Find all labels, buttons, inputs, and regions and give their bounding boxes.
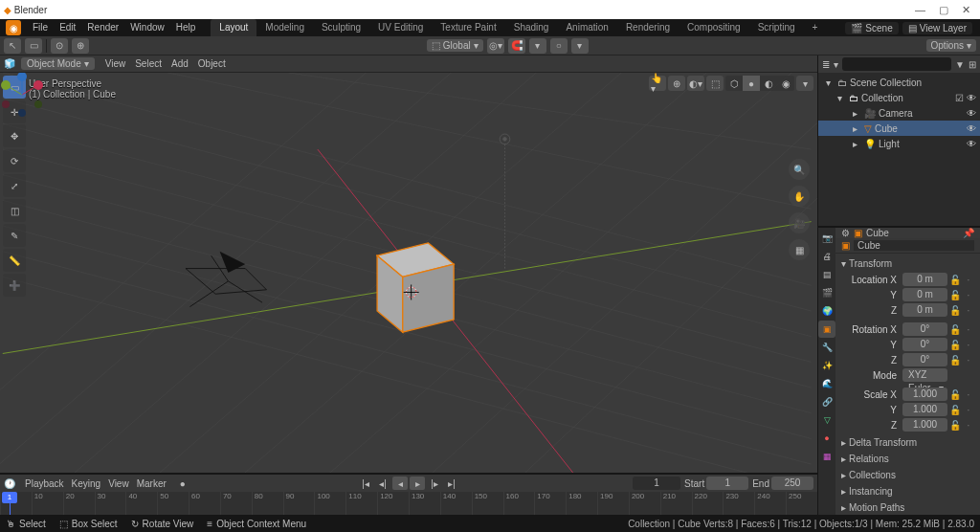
location-x-field[interactable]: 0 m: [902, 273, 947, 286]
wireframe-shading[interactable]: ⬡: [725, 76, 743, 91]
workspace-tab-animation[interactable]: Animation: [557, 19, 616, 36]
transform-panel-header[interactable]: ▾Transform: [841, 255, 974, 272]
timeline-editor-icon[interactable]: 🕐: [4, 478, 15, 489]
outliner-item-cube[interactable]: ▸▽Cube👁: [818, 121, 980, 136]
xray-toggle[interactable]: ⬚: [706, 76, 724, 91]
viewlayer-selector[interactable]: ▤View Layer: [902, 22, 972, 34]
rotate-tool[interactable]: ⟳: [3, 149, 26, 172]
workspace-tab-sculpting[interactable]: Sculpting: [313, 19, 369, 36]
location-z-field[interactable]: 0 m: [902, 303, 947, 317]
scene-collection-row[interactable]: ▾🗀Scene Collection: [818, 75, 980, 90]
panel-relations[interactable]: ▸Relations: [835, 451, 980, 467]
tab-output[interactable]: 🖨: [818, 248, 835, 265]
end-frame-field[interactable]: 250: [771, 477, 813, 490]
rotation-mode-dropdown[interactable]: XYZ Euler▾: [902, 368, 947, 382]
timeline-menu-marker[interactable]: Marker: [133, 478, 170, 489]
annotate-tool[interactable]: ✎: [3, 224, 26, 247]
zoom-button[interactable]: 🔍: [789, 159, 810, 180]
gizmo-toggle[interactable]: ⊕: [668, 76, 685, 91]
snap-dropdown[interactable]: ▾: [529, 38, 546, 54]
tab-viewlayer[interactable]: ▤: [818, 266, 835, 283]
workspace-tab-compositing[interactable]: Compositing: [679, 19, 749, 36]
tab-object[interactable]: ▣: [818, 321, 835, 338]
tab-scene[interactable]: 🎬: [818, 284, 835, 301]
shading-options[interactable]: ▾: [796, 76, 813, 91]
workspace-tab-rendering[interactable]: Rendering: [617, 19, 679, 36]
measure-tool[interactable]: 📏: [3, 249, 26, 272]
tab-material[interactable]: ●: [818, 430, 835, 447]
editor-type-icon[interactable]: 🧊: [4, 58, 15, 69]
menu-window[interactable]: Window: [124, 19, 170, 36]
workspace-tab-scripting[interactable]: Scripting: [749, 19, 804, 36]
prev-keyframe-button[interactable]: ◂|: [375, 477, 390, 490]
scene-selector[interactable]: 🎬Scene: [845, 22, 898, 34]
workspace-tab-shading[interactable]: Shading: [505, 19, 558, 36]
material-shading[interactable]: ◐: [760, 76, 777, 91]
menu-edit[interactable]: Edit: [54, 19, 81, 36]
props-editor-icon[interactable]: ⚙: [841, 228, 850, 238]
tab-particles[interactable]: ✨: [818, 357, 835, 374]
proportional-toggle[interactable]: ○: [550, 38, 568, 54]
playhead[interactable]: 1: [10, 492, 11, 515]
panel-delta-transform[interactable]: ▸Delta Transform: [835, 434, 980, 451]
tab-physics[interactable]: 🌊: [818, 375, 835, 392]
viewport-menu-select[interactable]: Select: [130, 58, 167, 69]
add-workspace-button[interactable]: +: [804, 19, 827, 36]
jump-start-button[interactable]: |◂: [358, 477, 373, 490]
next-keyframe-button[interactable]: |▸: [427, 477, 442, 490]
scale-tool[interactable]: ⤢: [3, 174, 26, 197]
close-button[interactable]: ✕: [962, 4, 970, 16]
move-tool[interactable]: ✥: [3, 124, 26, 147]
jump-end-button[interactable]: ▸|: [444, 477, 459, 490]
tab-render[interactable]: 📷: [818, 230, 835, 247]
tab-data[interactable]: ▽: [818, 411, 835, 429]
rotation-y-field[interactable]: 0°: [902, 338, 947, 351]
play-reverse-button[interactable]: ◂: [392, 477, 408, 490]
solid-shading[interactable]: ●: [743, 76, 760, 91]
orientation-dropdown[interactable]: ⬚Global▾: [427, 39, 483, 52]
camera-view-button[interactable]: 🎥: [789, 212, 810, 233]
play-button[interactable]: ▸: [410, 477, 425, 490]
rotation-z-field[interactable]: 0°: [902, 353, 947, 366]
lock-icon[interactable]: 🔓: [949, 275, 961, 285]
scale-z-field[interactable]: 1.000: [902, 418, 947, 432]
rotation-x-field[interactable]: 0°: [902, 322, 947, 336]
timeline-track[interactable]: 0102030405060708090100110120130140150160…: [0, 492, 817, 515]
panel-instancing[interactable]: ▸Instancing: [835, 483, 980, 499]
pan-button[interactable]: ✋: [789, 186, 810, 207]
cursor-tool-icon[interactable]: ↖: [4, 38, 21, 54]
outliner-editor-icon[interactable]: ≣: [822, 59, 830, 70]
maximize-button[interactable]: ▢: [939, 4, 948, 16]
transform-tool[interactable]: ◫: [3, 199, 26, 222]
pivot-icon[interactable]: ⊕: [72, 38, 89, 54]
workspace-tab-texture-paint[interactable]: Texture Paint: [432, 19, 504, 36]
tab-constraints[interactable]: 🔗: [818, 393, 835, 410]
display-mode-icon[interactable]: ▾: [834, 59, 838, 70]
rendered-shading[interactable]: ◉: [777, 76, 794, 91]
mode-dropdown[interactable]: Object Mode▾: [21, 57, 95, 70]
options-dropdown[interactable]: Options▾: [926, 39, 976, 52]
timeline-menu-keying[interactable]: Keying: [68, 478, 105, 489]
location-y-field[interactable]: 0 m: [902, 288, 947, 301]
pin-icon[interactable]: 📌: [963, 228, 974, 238]
overlays-toggle[interactable]: ◐▾: [687, 76, 704, 91]
new-collection-icon[interactable]: ⊞: [969, 59, 976, 70]
scale-x-field[interactable]: 1.000: [902, 388, 947, 401]
tab-texture[interactable]: ▦: [818, 448, 835, 465]
viewport-menu-add[interactable]: Add: [167, 58, 193, 69]
menu-render[interactable]: Render: [81, 19, 124, 36]
blender-logo-icon[interactable]: ◉: [6, 20, 21, 35]
perspective-toggle-button[interactable]: ▦: [789, 239, 810, 260]
timeline-menu-playback[interactable]: Playback: [21, 478, 68, 489]
shading-mode-segmented[interactable]: ⬡ ● ◐ ◉: [725, 76, 794, 91]
menu-help[interactable]: Help: [170, 19, 202, 36]
viewport-menu-view[interactable]: View: [100, 58, 131, 69]
add-tool[interactable]: ➕: [3, 274, 26, 297]
pivot-dropdown[interactable]: ◎▾: [487, 38, 504, 54]
workspace-tab-uv-editing[interactable]: UV Editing: [369, 19, 432, 36]
workspace-tab-modeling[interactable]: Modeling: [256, 19, 313, 36]
tab-modifiers[interactable]: 🔧: [818, 339, 835, 356]
3d-viewport[interactable]: User Perspective (1) Collection | Cube ▭…: [0, 73, 817, 473]
scale-y-field[interactable]: 1.000: [902, 403, 947, 416]
navigation-gizmo[interactable]: [0, 73, 44, 117]
